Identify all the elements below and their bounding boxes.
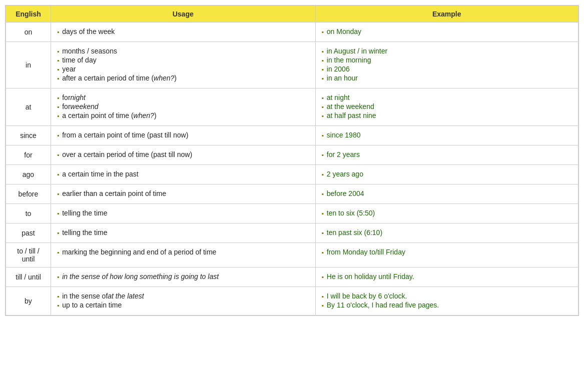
usage-item: a certain point of time (when?) xyxy=(57,112,309,120)
cell-english: before xyxy=(6,184,51,204)
usage-item: for weekend xyxy=(57,102,309,110)
table-row: ondays of the weekon Monday xyxy=(6,22,578,42)
table-row: to / till / untilmarking the beginning a… xyxy=(6,243,578,268)
header-row: English Usage Example xyxy=(6,6,578,22)
cell-usage: days of the week xyxy=(51,22,315,42)
cell-english: on xyxy=(6,22,51,42)
usage-item: year xyxy=(57,65,309,73)
cell-example: 2 years ago xyxy=(315,165,578,184)
header-example: Example xyxy=(315,6,578,22)
example-item: in August / in winter xyxy=(322,47,572,55)
cell-english: ago xyxy=(6,165,51,184)
usage-item: over a certain period of time (past till… xyxy=(57,150,309,158)
cell-usage: from a certain point of time (past till … xyxy=(51,126,315,146)
table-row: byin the sense of at the latestup to a c… xyxy=(6,287,578,316)
usage-item: telling the time xyxy=(57,228,309,236)
table-row: totelling the timeten to six (5:50) xyxy=(6,204,578,224)
table-row: beforeearlier than a certain point of ti… xyxy=(6,184,578,204)
usage-item: earlier than a certain point of time xyxy=(57,190,309,198)
cell-usage: months / seasonstime of dayyearafter a c… xyxy=(51,42,315,88)
usage-item: telling the time xyxy=(57,209,309,217)
usage-item: days of the week xyxy=(57,28,309,36)
example-item: at night xyxy=(322,94,572,102)
usage-item: marking the beginning and end of a perio… xyxy=(57,248,309,256)
cell-example: on Monday xyxy=(315,22,578,42)
cell-english: since xyxy=(6,126,51,146)
example-item: from Monday to/till Friday xyxy=(322,248,572,256)
cell-usage: in the sense of at the latestup to a cer… xyxy=(51,287,315,316)
cell-example: ten to six (5:50) xyxy=(315,204,578,224)
cell-usage: earlier than a certain point of time xyxy=(51,184,315,204)
usage-item: in the sense of how long something is go… xyxy=(57,272,309,280)
cell-example: for 2 years xyxy=(315,146,578,165)
cell-usage: in the sense of how long something is go… xyxy=(51,268,315,287)
usage-item: up to a certain time xyxy=(57,301,309,309)
example-item: He is on holiday until Friday. xyxy=(322,272,572,280)
cell-usage: for nightfor weekenda certain point of t… xyxy=(51,88,315,126)
cell-usage: marking the beginning and end of a perio… xyxy=(51,243,315,268)
table-row: pasttelling the timeten past six (6:10) xyxy=(6,224,578,243)
cell-example: in August / in winterin the morningin 20… xyxy=(315,42,578,88)
prepositions-table: English Usage Example ondays of the week… xyxy=(6,6,578,316)
cell-usage: over a certain period of time (past till… xyxy=(51,146,315,165)
cell-english: by xyxy=(6,287,51,316)
usage-item: time of day xyxy=(57,56,309,64)
cell-example: since 1980 xyxy=(315,126,578,146)
table-row: agoa certain time in the past2 years ago xyxy=(6,165,578,184)
usage-item: a certain time in the past xyxy=(57,170,309,178)
usage-item: months / seasons xyxy=(57,47,309,55)
cell-usage: a certain time in the past xyxy=(51,165,315,184)
cell-english: in xyxy=(6,42,51,88)
cell-english: till / until xyxy=(6,268,51,287)
example-item: 2 years ago xyxy=(322,170,572,178)
usage-item: after a certain period of time (when?) xyxy=(57,74,309,82)
cell-example: ten past six (6:10) xyxy=(315,224,578,243)
header-english: English xyxy=(6,6,51,22)
cell-example: before 2004 xyxy=(315,184,578,204)
table-row: atfor nightfor weekenda certain point of… xyxy=(6,88,578,126)
example-item: in an hour xyxy=(322,74,572,82)
main-table-container: English Usage Example ondays of the week… xyxy=(5,5,579,316)
cell-example: I will be back by 6 o'clock.By 11 o'cloc… xyxy=(315,287,578,316)
example-item: since 1980 xyxy=(322,131,572,139)
usage-item: for night xyxy=(57,94,309,102)
example-item: before 2004 xyxy=(322,190,572,198)
cell-usage: telling the time xyxy=(51,224,315,243)
cell-english: to / till / until xyxy=(6,243,51,268)
header-usage: Usage xyxy=(51,6,315,22)
table-row: sincefrom a certain point of time (past … xyxy=(6,126,578,146)
cell-usage: telling the time xyxy=(51,204,315,224)
table-row: inmonths / seasonstime of dayyearafter a… xyxy=(6,42,578,88)
usage-item: in the sense of at the latest xyxy=(57,292,309,300)
cell-english: at xyxy=(6,88,51,126)
cell-example: from Monday to/till Friday xyxy=(315,243,578,268)
example-item: at the weekend xyxy=(322,102,572,110)
table-row: forover a certain period of time (past t… xyxy=(6,146,578,165)
cell-example: at nightat the weekendat half past nine xyxy=(315,88,578,126)
example-item: I will be back by 6 o'clock. xyxy=(322,292,572,300)
cell-example: He is on holiday until Friday. xyxy=(315,268,578,287)
example-item: ten to six (5:50) xyxy=(322,209,572,217)
example-item: in the morning xyxy=(322,56,572,64)
cell-english: for xyxy=(6,146,51,165)
cell-english: past xyxy=(6,224,51,243)
usage-item: from a certain point of time (past till … xyxy=(57,131,309,139)
example-item: at half past nine xyxy=(322,112,572,120)
example-item: for 2 years xyxy=(322,150,572,158)
example-item: in 2006 xyxy=(322,65,572,73)
example-item: By 11 o'clock, I had read five pages. xyxy=(322,301,572,309)
example-item: ten past six (6:10) xyxy=(322,228,572,236)
table-row: till / untilin the sense of how long som… xyxy=(6,268,578,287)
cell-english: to xyxy=(6,204,51,224)
example-item: on Monday xyxy=(322,28,572,36)
